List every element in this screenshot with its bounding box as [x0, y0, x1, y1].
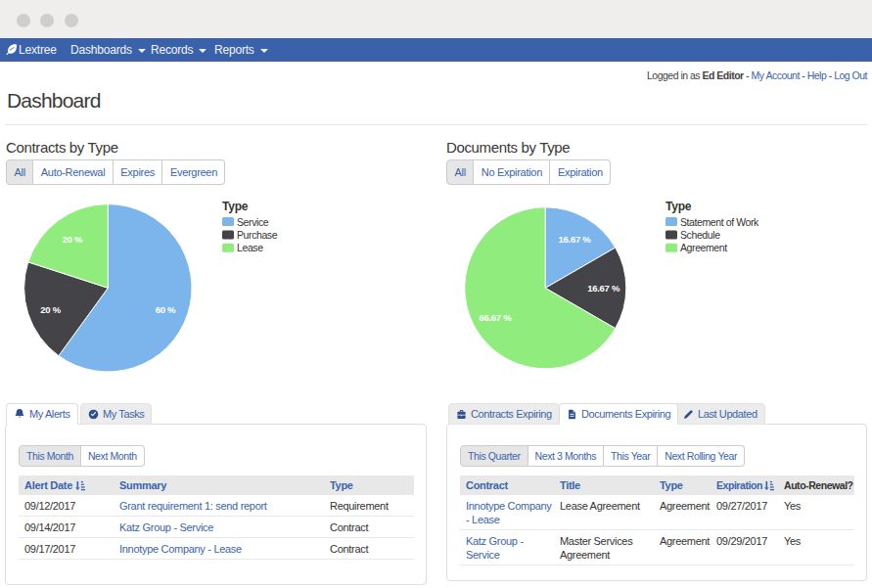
svg-text:66.67 %: 66.67 % — [480, 312, 513, 323]
svg-text:20 %: 20 % — [63, 234, 83, 245]
svg-text:Type: Type — [665, 200, 692, 213]
svg-text:Agreement: Agreement — [680, 242, 727, 253]
svg-text:16.67 %: 16.67 % — [559, 234, 592, 245]
svg-text:60 %: 60 % — [156, 304, 176, 315]
svg-text:Type: Type — [222, 200, 249, 213]
svg-text:Service: Service — [237, 216, 269, 228]
svg-text:Schedule: Schedule — [680, 229, 720, 241]
svg-text:20 %: 20 % — [40, 304, 61, 315]
svg-text:Purchase: Purchase — [237, 229, 278, 241]
svg-text:16.67 %: 16.67 % — [587, 283, 620, 294]
svg-text:Statement of Work: Statement of Work — [680, 216, 759, 228]
svg-text:Lease: Lease — [237, 242, 263, 253]
